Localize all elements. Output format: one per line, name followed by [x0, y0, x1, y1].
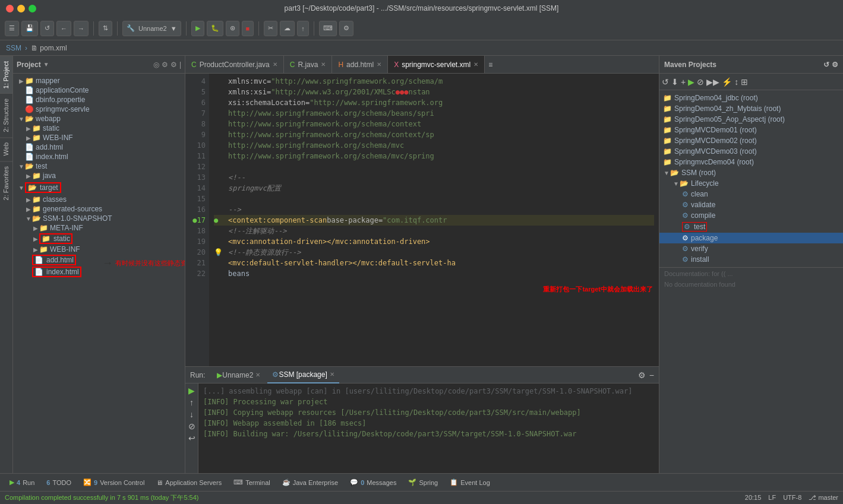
branch-name[interactable]: master	[818, 494, 838, 501]
settings-btn[interactable]: ⚙	[339, 21, 353, 36]
toolbar-menu-btn[interactable]: ☰	[5, 21, 19, 36]
status-lf[interactable]: LF	[768, 494, 776, 502]
run-btn[interactable]: ▶	[191, 21, 204, 36]
maven-item-springdemo4-jdbc[interactable]: 📁 SpringDemo04_jdbc (root)	[659, 93, 843, 103]
minimize-button[interactable]	[17, 5, 25, 12]
project-tab[interactable]: 1: Project	[0, 56, 12, 93]
toolbar-back-btn[interactable]: ←	[56, 21, 71, 36]
run-scroll-bot-icon[interactable]: ↓	[190, 410, 194, 419]
close-icon-tab1[interactable]: ✕	[273, 61, 277, 68]
bottom-tab-todo[interactable]: 6 TODO	[42, 477, 76, 488]
project-gear-icon[interactable]: ⚙	[171, 61, 177, 69]
status-position[interactable]: 20:15	[745, 494, 762, 502]
web-tab[interactable]: Web	[0, 137, 12, 160]
close-run-tab2[interactable]: ✕	[330, 371, 334, 378]
maven-item-test[interactable]: ⚙ test	[659, 221, 843, 233]
tree-item-webapp[interactable]: ▼ 📂 webapp	[13, 114, 185, 123]
tree-item-meta-inf[interactable]: ▶ 📁 META-INF	[13, 223, 185, 233]
project-expand-icon[interactable]: |	[179, 61, 181, 69]
tab-productcontroller[interactable]: C ProductController.java ✕	[185, 56, 284, 73]
more-tabs-icon[interactable]: ≡	[485, 61, 496, 69]
bottom-tab-messages[interactable]: 💬 0 Messages	[345, 477, 401, 488]
maven-item-springdemo4-mybtais[interactable]: 📁 SpringDemo04_zh_Mybtais (root)	[659, 103, 843, 114]
tree-item-add-html[interactable]: 📄 add.html	[13, 142, 185, 152]
breadcrumb-file[interactable]: 🗎 pom.xml	[31, 44, 67, 52]
tree-item-appcontext[interactable]: 📄 applicationConte	[13, 85, 185, 95]
tree-item-dbinfo[interactable]: 📄 dbinfo.propertie	[13, 95, 185, 104]
run-tab-ssm-package[interactable]: ⚙ SSM [package] ✕	[267, 367, 339, 383]
tree-item-springmvc[interactable]: 🔴 springmvc-servle	[13, 104, 185, 114]
project-hide-icon[interactable]: ◎	[153, 61, 159, 69]
run-tab-unname2[interactable]: ▶ Unname2 ✕	[212, 367, 265, 383]
maven-item-validate[interactable]: ⚙ validate	[659, 199, 843, 210]
close-icon-tab4[interactable]: ✕	[473, 61, 478, 68]
bottom-tab-eventlog[interactable]: 📋 Event Log	[445, 477, 495, 488]
bottom-tab-terminal[interactable]: ⌨ Terminal	[229, 477, 275, 488]
bottom-tab-javaee[interactable]: ☕ Java Enterprise	[277, 477, 343, 488]
toolbar-sync-btn[interactable]: ↺	[40, 21, 54, 36]
maven-item-springmvcdemo04[interactable]: 📁 SpringmvcDemo04 (root)	[659, 157, 843, 167]
maven-btn-toggle[interactable]: ▶▶	[706, 77, 719, 87]
close-icon-tab3[interactable]: ✕	[377, 61, 381, 68]
breadcrumb-ssm[interactable]: SSM	[6, 44, 21, 52]
toolbar-structure-btn[interactable]: ⇅	[99, 21, 112, 36]
debug-btn[interactable]: 🐛	[207, 21, 223, 36]
run-scroll-top-icon[interactable]: ↑	[190, 398, 194, 407]
maximize-button[interactable]	[29, 5, 36, 12]
maven-item-install[interactable]: ⚙ install	[659, 254, 843, 265]
run-settings-icon[interactable]: ⚙	[638, 370, 646, 380]
maven-btn-skip[interactable]: ⊘	[697, 77, 704, 87]
close-run-tab1[interactable]: ✕	[255, 372, 260, 378]
maven-btn-download[interactable]: ⬇	[671, 77, 678, 87]
maven-item-package[interactable]: ⚙ package 重新打包一下target中就会加载出来了	[659, 233, 843, 243]
maven-item-ssm[interactable]: ▼ 📂 SSM (root)	[659, 167, 843, 178]
tree-item-index-html[interactable]: 📄 index.html	[13, 152, 185, 161]
maven-btn-add[interactable]: +	[681, 77, 686, 87]
structure-tab[interactable]: 2: Structure	[0, 93, 12, 137]
bottom-tab-run[interactable]: ▶ 4 Run	[5, 477, 39, 488]
status-charset[interactable]: UTF-8	[783, 494, 801, 502]
toolbar-forward-btn[interactable]: →	[74, 21, 89, 36]
code-content[interactable]: xmlns:mvc="http://www.springframework.or…	[209, 74, 659, 366]
tree-item-static[interactable]: ▶ 📁 static	[13, 123, 185, 133]
maven-btn-tree[interactable]: ⊞	[741, 77, 748, 87]
tree-item-classes[interactable]: ▶ 📁 classes	[13, 195, 185, 204]
bottom-tab-vcs[interactable]: 🔀 9 Version Control	[78, 477, 149, 488]
tree-item-ssm-snapshot[interactable]: ▼ 📂 SSM-1.0-SNAPSHOT	[13, 214, 185, 223]
tree-item-webinf[interactable]: ▶ 📁 WEB-INF	[13, 133, 185, 142]
tab-springmvc-xml[interactable]: X springmvc-servlet.xml ✕	[388, 56, 485, 73]
project-dropdown-icon[interactable]: ▼	[43, 61, 49, 68]
tree-item-static2[interactable]: ▶ 📁 static	[13, 233, 185, 245]
maven-item-springmvcdemo01[interactable]: 📁 SpringMVCDemo01 (root)	[659, 125, 843, 135]
maven-item-clean[interactable]: ⚙ clean	[659, 189, 843, 199]
maven-btn-reload[interactable]: ↺	[662, 77, 669, 87]
terminal-btn[interactable]: ⌨	[319, 21, 337, 36]
vcs-push-btn[interactable]: ↑	[297, 21, 309, 36]
maven-refresh-icon[interactable]: ↺	[823, 61, 829, 69]
tree-item-gen-sources[interactable]: ▶ 📁 generated-sources	[13, 204, 185, 214]
tree-item-webinf2[interactable]: ▶ 📁 WEB-INF	[13, 245, 185, 254]
close-icon-tab2[interactable]: ✕	[321, 61, 326, 68]
maven-item-springmvcdemo02[interactable]: 📁 SpringMVCDemo02 (root)	[659, 135, 843, 146]
project-selector[interactable]: 🔧 Unname2 ▼	[122, 21, 181, 36]
close-button[interactable]	[6, 5, 14, 12]
tree-item-target[interactable]: ▼ 📂 target	[13, 182, 185, 194]
run-play-icon[interactable]: ▶	[188, 386, 195, 395]
tree-item-mapper[interactable]: ▶ 📁 mapper	[13, 76, 185, 85]
tab-rjava[interactable]: C R.java ✕	[284, 56, 333, 73]
tab-addhtml[interactable]: H add.html ✕	[332, 56, 388, 73]
project-sync-icon[interactable]: ⚙	[162, 61, 168, 69]
maven-btn-collapse[interactable]: ⚡	[722, 77, 732, 87]
run-filter-icon[interactable]: ⊘	[188, 421, 195, 431]
vcs-update-btn[interactable]: ✂	[264, 21, 277, 36]
run-minimize-icon[interactable]: −	[649, 370, 654, 380]
maven-settings-icon[interactable]: ⚙	[832, 61, 838, 69]
maven-btn-expand[interactable]: ↕	[734, 77, 738, 87]
maven-item-compile[interactable]: ⚙ compile	[659, 210, 843, 221]
maven-item-lifecycle[interactable]: ▼ 📂 Lifecycle	[659, 178, 843, 189]
maven-item-springmvcdemo03[interactable]: 📁 SpringMVCDemo03 (root)	[659, 146, 843, 157]
favorites-tab[interactable]: 2: Favorites	[0, 161, 12, 205]
run-wrap-icon[interactable]: ↩	[188, 433, 195, 443]
tree-item-java[interactable]: ▶ 📁 java	[13, 171, 185, 180]
stop-btn[interactable]: ■	[242, 21, 254, 36]
